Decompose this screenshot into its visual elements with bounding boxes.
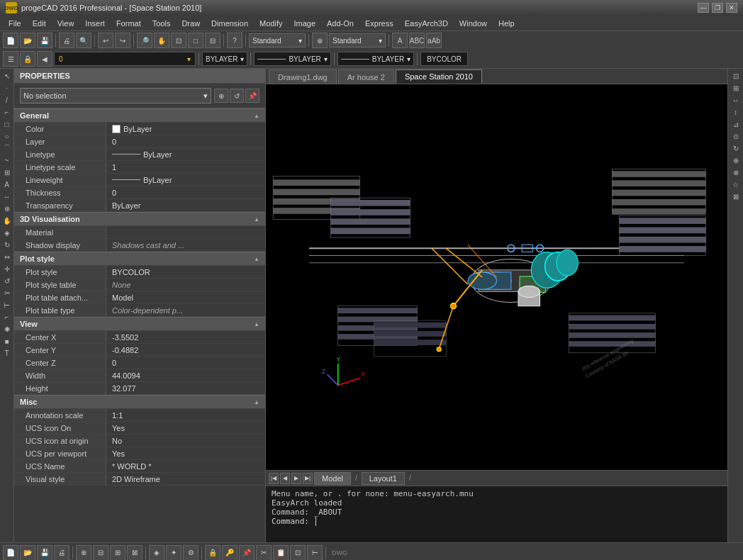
linetype-bylayer[interactable]: BYLAYER ▾ (254, 52, 330, 66)
menu-help[interactable]: Help (493, 18, 520, 29)
tool-zoom[interactable]: ⊕ (1, 203, 13, 214)
clear-select-button[interactable]: ↺ (230, 89, 244, 103)
tool-text[interactable]: A (1, 179, 13, 190)
tool-dimension[interactable]: ↔ (1, 191, 13, 202)
zoom-prev-button[interactable]: ⊟ (205, 33, 220, 48)
right-tool-7[interactable]: ↻ (730, 142, 742, 154)
tool-polyline[interactable]: ⌐ (1, 106, 13, 118)
btm-btn-7[interactable]: ⊞ (110, 545, 125, 561)
btm-btn-4[interactable]: 🖨 (54, 545, 69, 561)
btm-btn-8[interactable]: ⊠ (127, 545, 143, 561)
menu-easyarch3d[interactable]: EasyArch3D (399, 18, 454, 29)
btm-btn-5[interactable]: ⊕ (76, 545, 91, 561)
layer-manager-button[interactable]: ☰ (3, 51, 18, 67)
menu-image[interactable]: Image (288, 18, 321, 29)
btm-btn-2[interactable]: 📂 (20, 545, 35, 561)
section-3d-vis-toggle[interactable]: ▲ (254, 216, 259, 223)
right-tool-6[interactable]: ⊙ (730, 130, 742, 142)
section-plot[interactable]: Plot style ▲ (14, 252, 265, 266)
section-plot-toggle[interactable]: ▲ (254, 256, 259, 262)
redo-button[interactable]: ↪ (115, 33, 130, 48)
section-view[interactable]: View ▲ (14, 317, 265, 331)
btm-btn-13[interactable]: 🔑 (222, 545, 238, 561)
btm-btn-6[interactable]: ⊟ (93, 545, 108, 561)
section-misc[interactable]: Misc ▲ (14, 395, 265, 409)
right-tool-10[interactable]: ☆ (730, 179, 742, 190)
tool-circle[interactable]: ○ (1, 130, 13, 142)
color-bylayer[interactable]: BYLAYER ▾ (202, 52, 247, 66)
canvas-area[interactable]: X Y Z ISS reference engineering Courtesy… (266, 84, 727, 470)
menu-draw[interactable]: Draw (176, 18, 206, 29)
right-tool-2[interactable]: ⊞ (730, 82, 742, 94)
btm-btn-17[interactable]: ⊡ (290, 545, 306, 561)
layer-state-button[interactable]: 🔒 (20, 51, 35, 67)
menu-dimension[interactable]: Dimension (206, 18, 254, 29)
menu-express[interactable]: Express (359, 18, 399, 29)
bycolor-box[interactable]: BYCOLOR (420, 52, 468, 66)
tool-move[interactable]: ✛ (1, 263, 13, 274)
tool-fillet[interactable]: ⌐ (1, 311, 13, 323)
tool-font[interactable]: T (1, 347, 13, 359)
btm-btn-15[interactable]: ✂ (256, 545, 272, 561)
quick-select-button[interactable]: ⊕ (214, 89, 228, 103)
tool-spline[interactable]: ~ (1, 155, 13, 166)
help-button[interactable]: ? (227, 33, 242, 48)
section-general[interactable]: General ▲ (14, 108, 265, 123)
btm-btn-1[interactable]: 📄 (3, 545, 18, 561)
tool-select[interactable]: ↖ (1, 70, 13, 82)
tool-3d[interactable]: ◈ (1, 227, 13, 238)
right-tool-3[interactable]: ↔ (730, 94, 742, 106)
section-misc-toggle[interactable]: ▲ (254, 399, 259, 405)
section-3d-vis[interactable]: 3D Visualisation ▲ (14, 212, 265, 226)
btm-btn-16[interactable]: 📋 (273, 545, 289, 561)
tab-spacestation[interactable]: Space Station 2010 (396, 69, 482, 84)
btm-btn-9[interactable]: ◈ (149, 545, 164, 561)
tool-orbit[interactable]: ↻ (1, 239, 13, 250)
tool-explode[interactable]: ✱ (1, 323, 13, 335)
tool-mirror[interactable]: ⇔ (1, 251, 13, 262)
open-button[interactable]: 📂 (20, 33, 35, 48)
btm-btn-3[interactable]: 💾 (37, 545, 52, 561)
tab-arhouse[interactable]: Ar house 2 (338, 69, 394, 84)
tool-solid[interactable]: ■ (1, 335, 13, 347)
menu-format[interactable]: Format (111, 18, 147, 29)
zoom-extents-button[interactable]: ⊡ (171, 33, 186, 48)
btm-btn-18[interactable]: ⊢ (307, 545, 323, 561)
tab-nav-last[interactable]: ▶| (303, 473, 313, 484)
menu-file[interactable]: File (3, 18, 27, 29)
tool-line[interactable]: / (1, 94, 13, 106)
layer-prev-button[interactable]: ◀ (37, 51, 52, 67)
text2-button[interactable]: ABC (409, 33, 425, 48)
menu-view[interactable]: View (52, 18, 80, 29)
selection-dropdown[interactable]: No selection ▾ (20, 88, 211, 103)
btm-btn-12[interactable]: 🔒 (205, 545, 220, 561)
btm-btn-10[interactable]: ✦ (166, 545, 181, 561)
tool-rectangle[interactable]: □ (1, 118, 13, 130)
menu-insert[interactable]: Insert (79, 18, 111, 29)
text3-button[interactable]: aAb (426, 33, 442, 48)
btm-btn-14[interactable]: 📌 (239, 545, 255, 561)
tab-drawing1[interactable]: Drawing1.dwg (269, 69, 337, 84)
minimize-button[interactable]: — (698, 3, 709, 13)
zoom-button[interactable]: 🔎 (137, 33, 152, 48)
right-tool-5[interactable]: ⊿ (730, 118, 742, 130)
menu-modify[interactable]: Modify (254, 18, 288, 29)
pickadd-button[interactable]: 📌 (245, 89, 259, 103)
section-general-toggle[interactable]: ▲ (254, 113, 259, 119)
menu-window[interactable]: Window (454, 18, 493, 29)
zoom-window-button[interactable]: □ (188, 33, 203, 48)
tool-hatch[interactable]: ⊞ (1, 167, 13, 178)
undo-button[interactable]: ↩ (98, 33, 113, 48)
tool-trim[interactable]: ✂ (1, 287, 13, 298)
save-button[interactable]: 💾 (37, 33, 52, 48)
new-button[interactable]: 📄 (3, 33, 18, 48)
model-tab-model[interactable]: Model (314, 472, 351, 485)
print-button[interactable]: 🖨 (59, 33, 74, 48)
tool-rotate[interactable]: ↺ (1, 275, 13, 286)
menu-edit[interactable]: Edit (27, 18, 52, 29)
section-view-toggle[interactable]: ▲ (254, 321, 259, 327)
crosshair-button[interactable]: ⊕ (312, 33, 328, 48)
right-tool-4[interactable]: ↕ (730, 106, 742, 118)
tab-nav-prev[interactable]: ◀ (280, 473, 290, 484)
menu-addon[interactable]: Add-On (321, 18, 359, 29)
